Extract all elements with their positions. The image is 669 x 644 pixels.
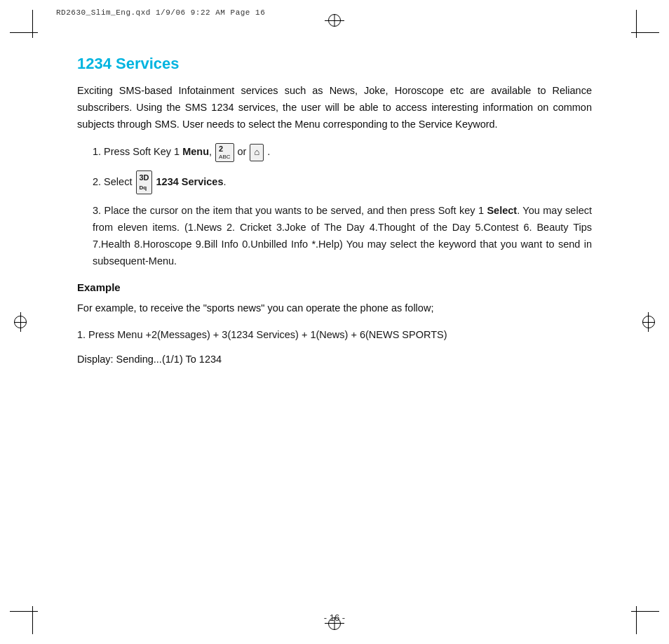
crop-mark-br-v	[636, 606, 637, 634]
step-2-service-icon: 3DDq	[136, 170, 151, 194]
example-heading: Example	[77, 281, 592, 293]
reg-mark-left-v	[20, 312, 21, 332]
step-1: 1. Press Soft Key 1 Menu, 2ABC or ⌂ .	[77, 143, 592, 162]
reg-mark-right-v	[648, 312, 649, 332]
step-3-select-label: Select	[487, 205, 517, 216]
step-1-or: or	[235, 146, 250, 157]
step-2-period: .	[224, 176, 227, 187]
step-3-prefix: 3. Place the cursor on the item that you…	[93, 205, 487, 216]
step-2: 2. Select 3DDq 1234 Services.	[77, 170, 592, 194]
main-content: 1234 Services Exciting SMS-based Infotai…	[77, 55, 592, 602]
reg-mark-top-v	[334, 14, 335, 27]
home-key-icon: ⌂	[250, 144, 264, 161]
reg-mark-right-h	[642, 322, 655, 323]
step-1-period: .	[264, 146, 270, 157]
step-3: 3. Place the cursor on the item that you…	[77, 203, 592, 270]
crop-mark-tl-h	[10, 32, 38, 33]
step-1-content: 1. Press Soft Key 1 Menu, 2ABC or ⌂ .	[93, 143, 592, 162]
step-1-menu-label: Menu	[182, 146, 209, 157]
step-1-comma: ,	[209, 146, 215, 157]
crop-mark-br-h	[631, 611, 659, 612]
intro-paragraph: Exciting SMS-based Infotainment services…	[77, 83, 592, 133]
step-2-prefix: 2. Select	[93, 176, 135, 187]
step-3-content: 3. Place the cursor on the item that you…	[93, 203, 592, 270]
crop-mark-tr-h	[631, 32, 659, 33]
crop-mark-tl-v	[32, 10, 33, 38]
example-step-1: 1. Press Menu +2(Messages) + 3(1234 Serv…	[77, 327, 592, 344]
step-2-services-label: 1234 Services	[156, 176, 224, 187]
step-1-prefix: 1. Press Soft Key 1	[93, 146, 182, 157]
step-2-content: 2. Select 3DDq 1234 Services.	[93, 170, 592, 194]
crop-mark-bl-h	[10, 611, 38, 612]
display-text: Display: Sending...(1/1) To 1234	[77, 351, 592, 368]
crop-mark-tr-v	[636, 10, 637, 38]
example-step-1-content: 1. Press Menu +2(Messages) + 3(1234 Serv…	[77, 327, 592, 344]
header-text: RD2630_Slim_Eng.qxd 1/9/06 9:22 AM Page …	[56, 8, 265, 17]
page-title: 1234 Services	[77, 55, 592, 73]
step-1-key-2abc: 2ABC	[215, 143, 234, 162]
crop-mark-bl-v	[32, 606, 33, 634]
page-number: - 16 -	[324, 612, 345, 623]
example-intro: For example, to receive the "sports news…	[77, 300, 592, 317]
